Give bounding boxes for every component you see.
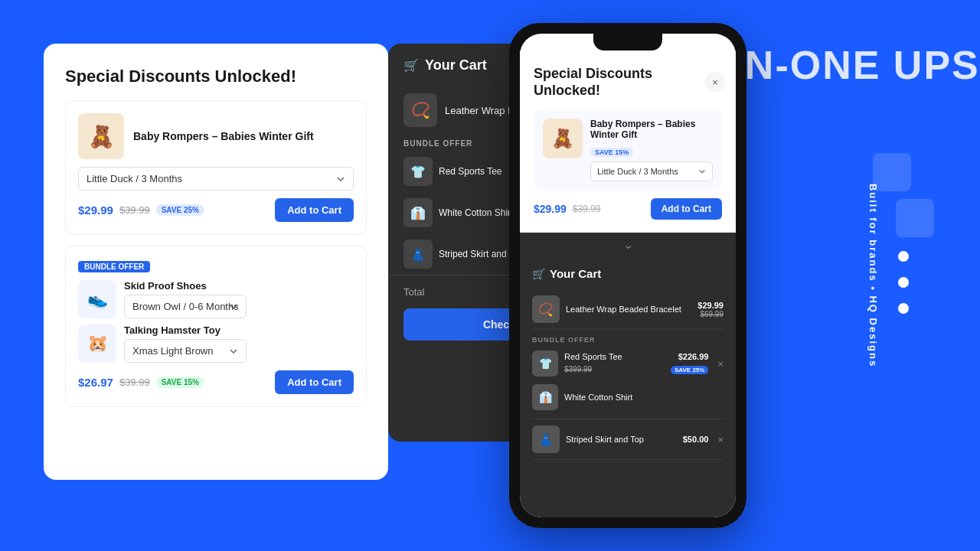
- desktop-bundle-add-btn[interactable]: Add to Cart: [275, 370, 354, 394]
- desktop-variant-select-1[interactable]: Little Duck / 3 Months: [78, 167, 354, 191]
- mobile-cart-price-striped: $50.00: [683, 435, 709, 444]
- mobile-price-new: $29.99: [534, 203, 567, 215]
- cart-icon: 🛒: [403, 58, 419, 73]
- mobile-product-img: 🧸: [543, 119, 583, 158]
- mobile-bundle-price-1: $226.99: [671, 352, 708, 361]
- desktop-product-card-1: 🧸 Baby Rompers – Babies Winter Gift Litt…: [65, 100, 367, 235]
- mobile-cart-price-old-1: $69.99: [697, 310, 724, 318]
- mobile-bundle-row-1: 👕 Red Sports Tee $399.99 $226.99 SAVE 25…: [532, 347, 724, 380]
- desktop-product-name-1: Baby Rompers – Babies Winter Gift: [133, 130, 314, 142]
- mobile-cart-img-striped: 👗: [532, 425, 560, 453]
- desktop-bundle-item-1: 👟 Skid Proof Shoes Brown Owl / 0-6 Month…: [78, 280, 354, 318]
- desktop-price-old-1: $39.99: [119, 204, 150, 216]
- mobile-cart-price-1: $29.99: [697, 301, 724, 310]
- cart-bundle-img-2: 👔: [403, 198, 433, 227]
- chevron-down-icon: ⌄: [623, 237, 633, 252]
- mobile-chevron-divider: ⌄: [520, 233, 736, 256]
- desktop-product-img-1: 🧸: [78, 113, 124, 159]
- mobile-price-old: $39.99: [573, 204, 601, 214]
- mobile-product-name: Baby Rompers – Babies Winter Gift: [590, 119, 713, 140]
- desktop-price-new-1: $29.99: [78, 204, 113, 217]
- mobile-bundle-label: BUNDLE OFFER: [532, 330, 724, 347]
- deco-dot-3: [898, 303, 909, 314]
- mobile-bundle-img-2: 👔: [532, 384, 558, 410]
- mobile-cart-img-1: 📿: [532, 295, 560, 323]
- mobile-product-card: 🧸 Baby Rompers – Babies Winter Gift SAVE…: [534, 109, 722, 191]
- deco-dot-1: [898, 251, 909, 262]
- deco-square-2: [896, 199, 934, 237]
- desktop-bundle-card: BUNDLE OFFER 👟 Skid Proof Shoes Brown Ow…: [65, 246, 367, 407]
- mobile-discount-title: Special Discounts Unlocked!: [534, 66, 722, 99]
- cart-item-img-1: 📿: [403, 93, 437, 127]
- desktop-bundle-item-2: 🐹 Talking Hamster Toy Xmas Light Brown: [78, 324, 354, 363]
- phone-notch: [593, 34, 662, 51]
- mobile-cart-item-1: 📿 Leather Wrap Beaded Bracelet $29.99 $6…: [532, 289, 724, 330]
- deco-dot-2: [898, 277, 909, 288]
- desktop-bundle-variant-2[interactable]: Xmas Light Brown: [124, 339, 247, 363]
- mobile-cart-name-striped: Striped Skirt and Top: [566, 435, 677, 444]
- desktop-bundle-img-2: 🐹: [78, 324, 116, 363]
- mobile-price-row: $29.99 $39.99 Add to Cart: [534, 198, 722, 220]
- mobile-cart-title: Your Cart: [550, 267, 601, 280]
- mobile-bundle-img-1: 👕: [532, 350, 558, 377]
- mobile-bundle-name-2: White Cotton Shirt: [564, 393, 724, 402]
- cart-title: Your Cart: [425, 57, 487, 73]
- mobile-bundle-name-1: Red Sports Tee: [564, 352, 665, 361]
- mobile-cart-name-1: Leather Wrap Beaded Bracelet: [566, 305, 691, 314]
- mobile-cart-header: 🛒 Your Cart: [532, 267, 724, 280]
- mobile-add-btn[interactable]: Add to Cart: [651, 198, 722, 220]
- cart-bundle-img-1: 👕: [403, 157, 433, 186]
- mobile-remove-btn-1[interactable]: ×: [717, 358, 724, 370]
- phone-screen: × Special Discounts Unlocked! 🧸 Baby Rom…: [520, 34, 736, 517]
- desktop-bundle-variant-1[interactable]: Brown Owl / 0-6 Months: [124, 295, 247, 318]
- phone-frame: × Special Discounts Unlocked! 🧸 Baby Rom…: [509, 23, 746, 528]
- desktop-bundle-name-1: Skid Proof Shoes: [124, 280, 247, 292]
- desktop-save-badge-1: SAVE 25%: [156, 204, 204, 216]
- mobile-bundle-row-2: 👔 White Cotton Shirt: [532, 380, 724, 414]
- mobile-variant-select[interactable]: Little Duck / 3 Months: [590, 161, 713, 181]
- decorative-right: Built for brands • HQ Designs: [827, 0, 980, 551]
- desktop-bundle-price-old: $39.99: [119, 377, 150, 388]
- mobile-close-btn[interactable]: ×: [705, 72, 725, 92]
- mobile-remove-btn-striped[interactable]: ×: [717, 434, 724, 445]
- mobile-bundle-price-old-1: $399.99: [564, 365, 592, 373]
- desktop-bundle-price-new: $26.97: [78, 376, 113, 389]
- mobile-cart-item-striped: 👗 Striped Skirt and Top $50.00 ×: [532, 419, 724, 460]
- mobile-product-info: Baby Rompers – Babies Winter Gift SAVE 1…: [590, 119, 713, 181]
- desktop-discount-panel: Special Discounts Unlocked! 🧸 Baby Rompe…: [44, 44, 388, 480]
- mobile-discount-section: × Special Discounts Unlocked! 🧸 Baby Rom…: [520, 51, 736, 233]
- desktop-bundle-img-1: 👟: [78, 280, 116, 318]
- desktop-add-btn-1[interactable]: Add to Cart: [275, 198, 354, 222]
- desktop-bundle-name-2: Talking Hamster Toy: [124, 324, 247, 336]
- mobile-cart-icon: 🛒: [532, 268, 545, 280]
- desktop-bundle-badge: BUNDLE OFFER: [78, 261, 150, 272]
- mobile-bundle-save-badge-1: SAVE 25%: [671, 366, 708, 374]
- cart-bundle-img-3: 👗: [403, 240, 433, 269]
- mobile-cart-section: 🛒 Your Cart 📿 Leather Wrap Beaded Bracel…: [520, 256, 736, 517]
- mobile-product-save-badge: SAVE 15%: [590, 148, 633, 157]
- desktop-panel-title: Special Discounts Unlocked!: [65, 67, 367, 86]
- vertical-text: Built for brands • HQ Designs: [867, 184, 878, 367]
- desktop-bundle-save: SAVE 15%: [156, 377, 204, 388]
